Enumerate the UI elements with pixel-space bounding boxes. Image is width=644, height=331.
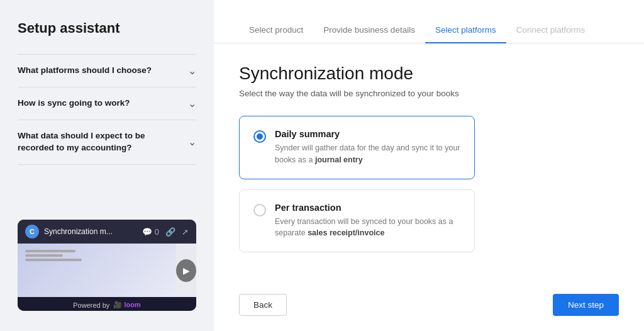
option-daily-summary-text: Daily summary Synder will gather data fo… [275, 129, 460, 166]
accordion-data-label: What data should I expect to be recorded… [18, 130, 175, 154]
tab-connect-platforms: Connect platforms [506, 18, 596, 43]
sidebar: Setup assistant What platforms should I … [0, 0, 214, 331]
option-per-transaction-text: Per transaction Every transaction will b… [275, 203, 460, 240]
link-icon[interactable]: 🔗 [165, 227, 175, 237]
option-per-transaction[interactable]: Per transaction Every transaction will b… [239, 189, 475, 253]
powered-by-text: Powered by [73, 301, 109, 309]
accordion-platforms[interactable]: What platforms should I choose? ⌄ [18, 54, 196, 87]
option-per-transaction-desc: Every transaction will be synced to your… [275, 216, 460, 240]
radio-daily-summary-inner [257, 133, 263, 140]
accordion-sync-label: How is sync going to work? [18, 98, 130, 109]
back-button[interactable]: Back [239, 294, 287, 316]
tab-select-product[interactable]: Select product [239, 18, 313, 43]
radio-daily-summary [253, 130, 266, 143]
chevron-down-icon: ⌄ [188, 136, 196, 148]
play-button[interactable]: ▶ [176, 259, 196, 282]
option-daily-summary[interactable]: Daily summary Synder will gather data fo… [239, 116, 475, 179]
video-title: Synchronization m... [44, 227, 137, 236]
accordion-data[interactable]: What data should I expect to be recorded… [18, 120, 196, 165]
footer-buttons: Back Next step [214, 284, 644, 331]
video-preview [18, 244, 176, 297]
video-footer: Powered by 🎥 loom [18, 297, 196, 311]
tab-nav: Select product Provide business details … [214, 0, 644, 43]
next-step-button[interactable]: Next step [553, 294, 619, 316]
comment-icon[interactable]: 💬 0 [142, 227, 159, 237]
page-content: Synchronization mode Select the way the … [214, 43, 644, 284]
video-thumbnail[interactable]: C Synchronization m... 💬 0 🔗 ➚ ▶ Powered… [18, 220, 196, 311]
option-daily-summary-desc: Synder will gather data for the day and … [275, 142, 460, 166]
video-action-icons: 💬 0 🔗 ➚ [142, 227, 189, 237]
option-daily-summary-title: Daily summary [275, 129, 460, 139]
external-link-icon[interactable]: ➚ [182, 227, 189, 237]
radio-per-transaction [253, 204, 266, 216]
video-body: ▶ [18, 244, 196, 297]
main-content: Select product Provide business details … [214, 0, 644, 331]
tab-provide-details[interactable]: Provide business details [313, 18, 425, 43]
page-subtitle: Select the way the data will be synchron… [239, 89, 619, 98]
mini-content-lines [25, 250, 82, 261]
avatar: C [25, 225, 39, 238]
tab-select-platforms[interactable]: Select platforms [425, 18, 506, 43]
video-header: C Synchronization m... 💬 0 🔗 ➚ [18, 220, 196, 244]
chevron-down-icon: ⌄ [188, 98, 196, 109]
chevron-down-icon: ⌄ [188, 65, 196, 77]
accordion-sync[interactable]: How is sync going to work? ⌄ [18, 87, 196, 120]
loom-logo: 🎥 loom [113, 301, 140, 309]
page-title: Synchronization mode [239, 64, 619, 84]
accordion-platforms-label: What platforms should I choose? [18, 65, 152, 77]
option-per-transaction-title: Per transaction [275, 203, 460, 213]
sidebar-title: Setup assistant [18, 20, 196, 36]
